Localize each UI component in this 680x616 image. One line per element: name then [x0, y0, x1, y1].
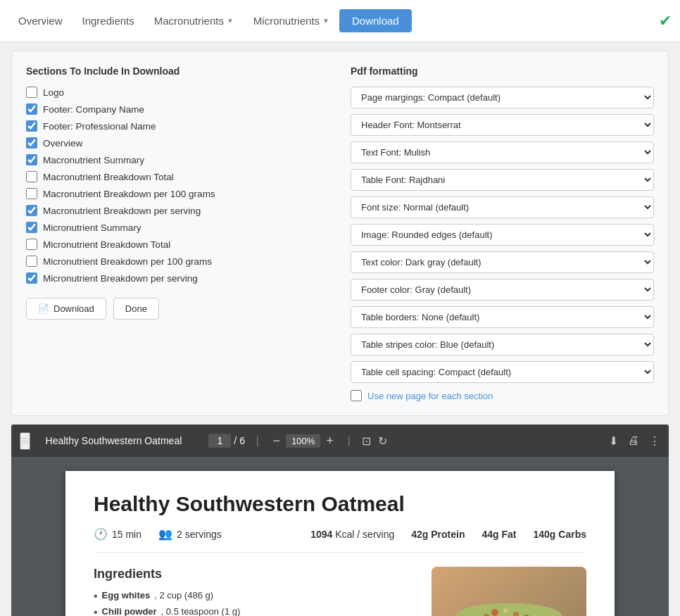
ingredients-section: Ingredients Egg whites, 2 cup (486 g) Ch… [94, 567, 417, 616]
nav-micronutrients[interactable]: Micronutrients ▼ [244, 0, 339, 42]
checkbox-macro-breakdown-total[interactable]: Macronutrient Breakdown Total [26, 171, 329, 182]
pdf-rotate-button[interactable]: ↻ [378, 434, 387, 448]
checkbox-micro-breakdown-serving-input[interactable] [26, 272, 37, 284]
font-size-select[interactable]: Font size: Normal (default)Font size: Sm… [351, 196, 654, 218]
pdf-total-pages: 6 [239, 435, 245, 446]
checkbox-micro-breakdown-100g[interactable]: Micronutrient Breakdown per 100 grams [26, 256, 329, 267]
top-nav: Overview Ingredients Macronutrients ▼ Mi… [0, 0, 680, 42]
nav-overview[interactable]: Overview [8, 0, 73, 42]
download-icon: 📄 [38, 303, 49, 314]
ingredients-title: Ingredients [94, 567, 417, 582]
recipe-body: Ingredients Egg whites, 2 cup (486 g) Ch… [94, 567, 586, 616]
pdf-formatting-column: Pdf formatting Page margings: Compact (d… [351, 65, 654, 401]
sections-column: Sections To Include In Download Logo Foo… [26, 65, 329, 401]
use-new-page-checkbox[interactable] [351, 390, 362, 401]
checkbox-micro-breakdown-serving[interactable]: Micronutrient Breakdown per serving [26, 272, 329, 284]
macronutrients-caret-icon: ▼ [227, 17, 234, 25]
nav-ingredients[interactable]: Ingredients [73, 0, 144, 42]
table-stripes-select[interactable]: Table stripes color: Blue (default)Table… [351, 334, 654, 356]
pdf-page-nav: 1 / 6 [208, 434, 245, 448]
recipe-servings: 2 servings [177, 529, 222, 540]
ingredient-list: Egg whites, 2 cup (486 g) Chili powder, … [94, 590, 417, 616]
recipe-kcal: 1094 Kcal / serving [310, 529, 394, 540]
pdf-download-button[interactable]: ⬇ [609, 434, 618, 448]
nav-micronutrients-inner: Micronutrients ▼ [253, 15, 329, 27]
clock-icon: 🕐 [94, 527, 108, 541]
text-font-select[interactable]: Text Font: MulishText Font: RobotoText F… [351, 142, 654, 163]
pdf-formatting-title: Pdf formatting [351, 65, 654, 77]
pdf-zoom-out-button[interactable]: − [270, 434, 284, 448]
action-buttons: 📄 Download Done [26, 298, 329, 320]
pdf-fit-page-button[interactable]: ⊡ [362, 434, 371, 448]
checkbox-list: Logo Footer: Company Name Footer: Profes… [26, 87, 329, 284]
pdf-viewer: ≡ Healthy Southwestern Oatmeal 1 / 6 | −… [11, 425, 669, 616]
image-style-select[interactable]: Image: Rounded edges (default)Image: Sha… [351, 224, 654, 246]
cell-spacing-select[interactable]: Table cell spacing: Compact (default)Tab… [351, 361, 654, 383]
pdf-separator-1: | [256, 435, 259, 446]
checkbox-footer-professional-input[interactable] [26, 120, 37, 132]
footer-color-select[interactable]: Footer color: Gray (default)Footer color… [351, 279, 654, 301]
ingredient-egg-whites: Egg whites, 2 cup (486 g) [94, 590, 417, 602]
pdf-document-title: Healthy Southwestern Oatmeal [46, 435, 182, 446]
pdf-content: Healthy Southwestern Oatmeal 🕐 15 min 👥 … [11, 457, 669, 616]
macro-info: 1094 Kcal / serving 42g Protein 44g Fat … [310, 529, 586, 540]
nav-macronutrients-inner: Macronutrients ▼ [154, 15, 234, 27]
svg-point-5 [503, 608, 508, 612]
checkbox-logo[interactable]: Logo [26, 87, 329, 98]
checkbox-overview-input[interactable] [26, 137, 37, 149]
pdf-print-button[interactable]: 🖨 [628, 434, 639, 447]
nav-download[interactable]: Download [339, 9, 412, 32]
checkbox-macro-breakdown-serving-input[interactable] [26, 205, 37, 216]
checkbox-micro-breakdown-100g-input[interactable] [26, 256, 37, 267]
header-font-select[interactable]: Header Font: MontserratHeader Font: Robo… [351, 114, 654, 136]
pdf-separator-2: | [348, 435, 351, 446]
use-new-page-label[interactable]: Use new page for each section [351, 390, 654, 401]
checkbox-micro-summary[interactable]: Micronutrient Summary [26, 222, 329, 233]
checkbox-macro-breakdown-100g-input[interactable] [26, 188, 37, 199]
pdf-zoom-in-button[interactable]: + [323, 434, 336, 448]
svg-point-3 [491, 609, 498, 616]
text-color-select[interactable]: Text color: Dark gray (default)Text colo… [351, 251, 654, 273]
download-button[interactable]: 📄 Download [26, 298, 106, 320]
checkbox-micro-summary-input[interactable] [26, 222, 37, 233]
recipe-time: 15 min [112, 529, 141, 540]
checkbox-logo-input[interactable] [26, 87, 37, 98]
recipe-image-svg [432, 567, 586, 616]
checkbox-macro-summary[interactable]: Macronutrient Summary [26, 154, 329, 165]
checkbox-macro-breakdown-serving[interactable]: Macronutrient Breakdown per serving [26, 205, 329, 216]
checkbox-footer-professional[interactable]: Footer: Professional Name [26, 120, 329, 132]
recipe-title: Healthy Southwestern Oatmeal [94, 492, 586, 516]
recipe-meta: 🕐 15 min 👥 2 servings 1094 Kcal / servin… [94, 527, 586, 553]
servings-icon: 👥 [158, 527, 172, 541]
checkbox-macro-summary-input[interactable] [26, 154, 37, 165]
pdf-menu-button[interactable]: ≡ [20, 432, 30, 450]
pdf-zoom-controls: − 100% + [270, 434, 336, 448]
meta-servings: 👥 2 servings [158, 527, 222, 541]
page-margins-select[interactable]: Page margings: Compact (default)Page mar… [351, 87, 654, 108]
pdf-selects: Page margings: Compact (default)Page mar… [351, 87, 654, 383]
checkbox-micro-breakdown-total-input[interactable] [26, 239, 37, 250]
ingredient-chili-powder: Chili powder, 0.5 teaspoon (1 g) [94, 606, 417, 616]
sections-title: Sections To Include In Download [26, 65, 329, 77]
pdf-page: Healthy Southwestern Oatmeal 🕐 15 min 👥 … [65, 471, 615, 616]
table-font-select[interactable]: Table Font: RajdhaniTable Font: RobotoTa… [351, 169, 654, 191]
checkbox-footer-company[interactable]: Footer: Company Name [26, 103, 329, 115]
checkbox-macro-breakdown-total-input[interactable] [26, 171, 37, 182]
pdf-zoom-value: 100% [286, 434, 320, 448]
meta-time: 🕐 15 min [94, 527, 141, 541]
checkbox-footer-company-input[interactable] [26, 103, 37, 115]
table-borders-select[interactable]: Table borders: None (default)Table borde… [351, 306, 654, 328]
pdf-current-page-input[interactable]: 1 [208, 434, 231, 448]
nav-macronutrients[interactable]: Macronutrients ▼ [144, 0, 244, 42]
micronutrients-caret-icon: ▼ [322, 17, 329, 25]
recipe-fat: 44g Fat [481, 529, 516, 540]
download-panel: Sections To Include In Download Logo Foo… [11, 51, 669, 416]
recipe-image: Ask a question [432, 567, 586, 616]
pdf-more-button[interactable]: ⋮ [649, 434, 660, 448]
checkbox-macro-breakdown-100g[interactable]: Macronutrient Breakdown per 100 grams [26, 188, 329, 199]
pdf-toolbar: ≡ Healthy Southwestern Oatmeal 1 / 6 | −… [11, 425, 669, 457]
checkbox-overview[interactable]: Overview [26, 137, 329, 149]
done-button[interactable]: Done [113, 298, 159, 320]
checkbox-micro-breakdown-total[interactable]: Micronutrient Breakdown Total [26, 239, 329, 250]
success-check-icon: ✔ [659, 12, 672, 30]
